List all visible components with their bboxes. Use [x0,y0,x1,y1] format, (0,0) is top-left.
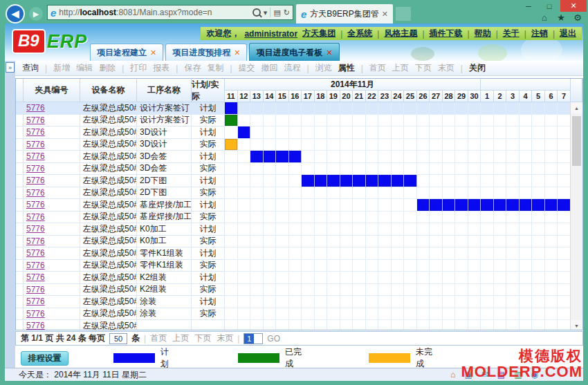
fixture-link[interactable]: 5776 [26,127,45,137]
browser-forward-button[interactable]: ▶ [29,7,43,21]
toolbar-button[interactable]: 上页 [392,62,409,74]
menu-item[interactable]: 插件下载 [430,28,463,39]
fixture-link[interactable]: 5776 [26,297,45,306]
tab-close-icon[interactable]: ✕ [382,10,388,19]
search-dropdown-icon[interactable]: ▾ [264,8,268,17]
toolbar-divider: | [361,64,363,73]
window-close-button[interactable]: ✕ [560,0,587,12]
home-icon[interactable]: ⌂ [537,12,552,23]
fixture-link[interactable]: 5776 [26,212,45,222]
fixture-link[interactable]: 5776 [26,236,45,246]
fixture-link[interactable]: 5776 [26,285,45,294]
fixture-cell: 5776 [24,199,80,212]
scroll-up-icon[interactable]: ▲ [571,102,582,113]
pager-nav-button[interactable]: 下页 [194,332,211,344]
favorites-star-icon[interactable]: ★ [553,12,569,23]
menu-item[interactable]: 风格主题 [384,28,417,39]
fixture-link[interactable]: 5776 [26,103,45,113]
fixture-link[interactable]: 5776 [26,164,45,173]
toolbar-button[interactable]: 撤回 [261,62,278,74]
goto-page-input[interactable]: 1 [244,333,263,344]
gantt-cell [417,236,430,248]
menu-item[interactable]: 方天集团 [302,28,336,39]
fixture-link[interactable]: 5776 [26,261,45,270]
gantt-cell [392,212,405,224]
tab-close-icon[interactable]: ✕ [150,48,156,57]
search-icon[interactable] [252,8,261,17]
module-tab[interactable]: 项目进度电子看板✕ [249,43,339,61]
window-maximize-button[interactable]: □ [540,0,559,12]
fixture-link[interactable]: 5776 [26,140,45,149]
window-minimize-button[interactable]: ─ [519,0,538,12]
gantt-cell [238,187,251,200]
browser-address-bar[interactable]: e http://localhost:8081/Main.aspx?mode=n… [47,5,293,20]
gantt-cell [468,115,481,127]
gantt-cell [264,163,277,176]
toolbar-button[interactable]: 下页 [415,62,432,74]
toolbar-button[interactable]: 末页 [438,62,454,74]
day-column-header: 21 [353,91,366,102]
menu-item[interactable]: 帮助 [475,28,491,39]
home-icon[interactable]: ⌂ [450,370,455,379]
fixture-link[interactable]: 5776 [26,200,45,209]
toolbar-button[interactable]: 复制 [207,62,223,74]
table-row: 5776左纵梁总成50#...3D设计计划 [16,126,582,139]
vertical-scrollbar[interactable]: ▲ ▼ [570,102,582,330]
toolbar-button[interactable]: 报表 [153,62,169,74]
browser-back-button[interactable]: ◀ [6,4,25,24]
module-tab[interactable]: 项目进度预排程✕ [165,44,247,61]
pager-nav-button[interactable]: 上页 [172,332,189,344]
fixture-link[interactable]: 5776 [26,224,45,234]
menu-item[interactable]: 注销 [531,28,548,39]
fixture-link[interactable]: 5776 [26,248,45,258]
gantt-cell [455,320,468,330]
fixture-link[interactable]: 5776 [26,151,45,161]
fixture-link[interactable]: 5776 [26,188,45,198]
settings-gear-icon[interactable]: ⚙ [570,12,585,23]
fixture-link[interactable]: 5776 [26,176,45,185]
gantt-cell [545,115,558,127]
toolbar-button[interactable]: 保存 [184,62,201,74]
go-button[interactable]: GO [267,334,280,344]
toolbar-button[interactable]: 新增 [53,62,70,74]
toolbar-button[interactable]: 属性 [338,62,355,74]
toolbar-button[interactable]: 流程 [284,62,301,74]
compatibility-view-icon[interactable]: ▤ [273,8,280,17]
page-size-input[interactable]: 50 [109,333,127,344]
toolbar-button[interactable]: 浏览 [315,62,332,74]
schedule-settings-button[interactable]: 排程设置 [21,351,68,366]
gantt-cell [532,260,545,272]
gantt-bar-cell [315,175,328,187]
gantt-cell [520,296,533,308]
toolbar-button[interactable]: 关闭 [469,62,486,74]
toolbar-button[interactable]: 首页 [369,62,386,74]
fixture-link[interactable]: 5776 [26,309,45,319]
scroll-down-icon[interactable]: ▼ [571,320,582,330]
tab-close-icon[interactable]: ✕ [326,48,332,57]
toolbar-button[interactable]: 打印 [130,62,147,74]
menu-item[interactable]: 关于 [503,28,520,39]
gantt-bar-cell [276,151,289,163]
toolbar-button[interactable]: 编辑 [76,62,93,74]
toolbar-button[interactable]: 删除 [99,62,116,74]
gantt-cell [366,163,379,176]
browser-tab[interactable]: e 方天B9ERP集团管理软件 ✕ [296,4,393,24]
toolbar-button[interactable]: 查询 [22,62,39,74]
fixture-link[interactable]: 5776 [26,115,45,125]
gantt-cell [327,260,340,272]
pager-nav-button[interactable]: 末页 [217,332,233,344]
sidebar-expand-button[interactable]: » [6,62,15,73]
url-text[interactable]: http://localhost:8081/Main.aspx?mode=n [59,8,250,17]
user-link[interactable]: administrator [244,29,297,39]
menu-item[interactable]: 全系统 [347,28,372,39]
new-tab-button[interactable] [396,7,411,21]
module-tab[interactable]: 项目途程建立✕ [90,44,163,61]
toolbar-button[interactable]: 提交 [239,62,255,74]
fixture-link[interactable]: 5776 [26,272,45,282]
fixture-link[interactable]: 5776 [26,321,45,330]
refresh-icon[interactable]: ↻ [284,8,290,17]
tab-close-icon[interactable]: ✕ [234,48,240,57]
vertical-scroll-thumb[interactable] [572,116,581,166]
menu-item[interactable]: 退出 [560,28,576,39]
pager-nav-button[interactable]: 首页 [150,332,167,344]
